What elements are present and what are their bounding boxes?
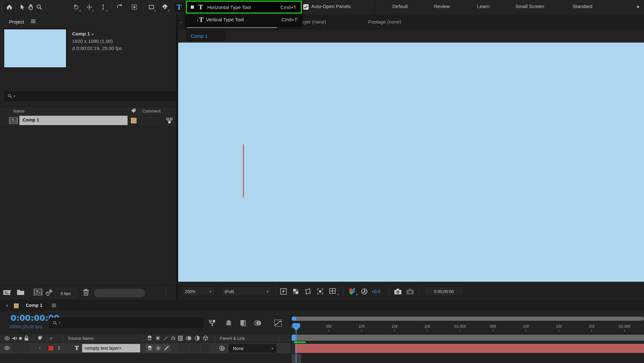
new-composition-icon[interactable] [34, 288, 43, 296]
flowchart-icon[interactable] [166, 117, 173, 124]
workspace-default[interactable]: Default [392, 4, 408, 9]
mask-visibility-icon[interactable] [304, 288, 312, 295]
layer-row[interactable]: › 1 T <empty text layer> None [0, 343, 291, 354]
column-parent-link-label[interactable]: Parent & Link [220, 336, 245, 341]
project-item-row-name[interactable]: Comp 1 [23, 117, 39, 123]
motion-blur-column-icon[interactable] [186, 335, 192, 341]
graph-editor-icon[interactable] [274, 319, 282, 327]
view-tab-comp1[interactable]: Comp 1 [186, 31, 226, 41]
pan-behind-tool-icon[interactable] [130, 2, 139, 12]
auto-open-panels-checkbox[interactable] [303, 4, 309, 10]
zoom-tool-icon[interactable] [34, 2, 44, 12]
column-name-label[interactable]: Name [13, 109, 24, 113]
rotate-tool-icon[interactable] [115, 2, 124, 12]
collapse-transformations-icon[interactable] [155, 335, 161, 341]
dolly-camera-tool-icon[interactable] [98, 2, 108, 12]
panel-menu-icon[interactable] [52, 303, 56, 308]
playhead-marker[interactable] [292, 323, 301, 331]
tab-footage[interactable]: Footage (none) [368, 19, 401, 25]
exposure-value[interactable]: +0,0 [371, 289, 380, 294]
track-area[interactable] [292, 343, 644, 353]
preview-time-display[interactable]: 0:00:00:00 [425, 287, 463, 296]
region-of-interest-icon[interactable] [316, 288, 324, 295]
solo-column-icon[interactable] [19, 337, 22, 340]
project-item-row[interactable]: Comp 1 [0, 115, 176, 126]
composition-mini-flowchart-icon[interactable] [209, 320, 216, 326]
interpret-footage-icon[interactable] [3, 289, 12, 296]
layer-name-cell[interactable]: <empty text layer> [82, 344, 140, 352]
show-snapshot-icon[interactable] [406, 288, 414, 295]
bpc-button[interactable]: 8 bpc [55, 289, 76, 298]
project-search-input[interactable]: ▼ [4, 91, 176, 101]
workspace-overflow-chevron[interactable]: » [637, 4, 639, 9]
project-item-thumbnail[interactable] [4, 29, 67, 68]
selection-tool-icon[interactable] [17, 2, 27, 12]
pan-camera-tool-icon[interactable] [84, 2, 94, 12]
navigator-start-handle[interactable] [292, 317, 296, 321]
quality-column-icon[interactable] [163, 335, 169, 341]
layer-solo-cell[interactable] [21, 344, 29, 352]
layer-audio-cell[interactable] [13, 344, 21, 352]
fx-column-icon[interactable]: fx [171, 335, 175, 341]
workspace-standard[interactable]: Standard [573, 4, 592, 9]
time-ruler[interactable]: 0:00f 05f 10f 15f 20f 01:00f 05f 10f 15f… [292, 322, 644, 333]
hand-tool-icon[interactable] [26, 2, 35, 12]
panel-menu-icon[interactable] [31, 19, 36, 24]
layer-shy-cell[interactable] [146, 344, 154, 352]
frame-blend-column-icon[interactable] [178, 335, 183, 341]
work-area-start-handle[interactable] [292, 335, 295, 341]
layer-switch-cell[interactable] [201, 344, 210, 352]
layer-label-swatch[interactable] [48, 345, 54, 351]
comp-label-swatch[interactable] [14, 303, 19, 309]
workspace-small-screen[interactable]: Small Screen [515, 4, 544, 9]
adjustment-layer-column-icon[interactable] [194, 335, 200, 341]
workspace-learn[interactable]: Learn [477, 4, 489, 9]
layer-switch-cell[interactable] [190, 344, 199, 352]
frame-blending-icon[interactable] [239, 319, 247, 327]
snapshot-camera-icon[interactable] [394, 288, 402, 295]
channel-rgb-icon[interactable]: ▾ [348, 287, 356, 296]
new-folder-icon[interactable] [17, 289, 24, 295]
tab-layer[interactable]: Layer (none) [299, 19, 326, 25]
layer-expand-chevron[interactable]: › [39, 345, 41, 350]
tab-overflow-chevron[interactable]: › [180, 20, 182, 25]
rectangle-tool-icon[interactable] [147, 2, 156, 12]
motion-blur-icon[interactable] [254, 319, 262, 327]
magnification-dropdown[interactable]: 200%▾ [182, 287, 214, 296]
footer-scroll-pill[interactable] [94, 289, 145, 297]
work-area-bar[interactable] [292, 335, 644, 341]
layer-switch-cell[interactable] [179, 344, 188, 352]
layer-video-eye-icon[interactable] [4, 346, 10, 350]
fast-previews-icon[interactable] [280, 288, 287, 295]
label-color-swatch[interactable] [130, 117, 137, 124]
menu-item-vertical-type-tool[interactable]: ↓T Vertical Type Tool Cmd+T [186, 14, 302, 25]
resolution-dropdown[interactable]: (Full)▾ [222, 287, 271, 296]
project-panel-title[interactable]: Project [9, 19, 24, 25]
track-scroll-block[interactable] [292, 354, 301, 363]
column-source-name-label[interactable]: Source Name [68, 336, 93, 341]
composition-canvas[interactable] [178, 43, 644, 282]
project-item-name[interactable]: Comp 1 ▼ [72, 31, 94, 36]
pen-tool-icon[interactable] [160, 2, 170, 12]
menu-item-horizontal-type-tool[interactable]: T Horizontal Type Tool Cmd+T [186, 1, 302, 14]
exposure-icon[interactable] [360, 288, 368, 295]
video-column-eye-icon[interactable] [4, 336, 10, 341]
orbit-camera-tool-icon[interactable] [72, 2, 81, 12]
timeline-search-input[interactable]: ▼ [49, 318, 203, 328]
lock-column-icon[interactable] [24, 335, 29, 341]
parent-pickwhip-icon[interactable] [218, 345, 226, 352]
layer-quality-cell[interactable] [162, 344, 170, 352]
close-icon[interactable]: × [5, 303, 8, 308]
transparency-grid-icon[interactable] [292, 288, 300, 295]
layer-collapse-cell[interactable] [154, 344, 162, 352]
render-engine-icon[interactable] [45, 289, 53, 296]
column-comment-label[interactable]: Comment [142, 109, 160, 113]
grid-guides-icon[interactable]: ▾ [329, 288, 337, 295]
three-d-layer-column-icon[interactable] [203, 335, 208, 341]
workspace-review[interactable]: Review [434, 4, 450, 9]
timeline-tab-label[interactable]: Comp 1 [26, 303, 42, 308]
parent-link-dropdown[interactable]: None ▾ [229, 344, 276, 353]
home-icon[interactable] [5, 2, 14, 12]
trash-icon[interactable] [82, 289, 90, 296]
shy-column-icon[interactable] [147, 335, 153, 341]
